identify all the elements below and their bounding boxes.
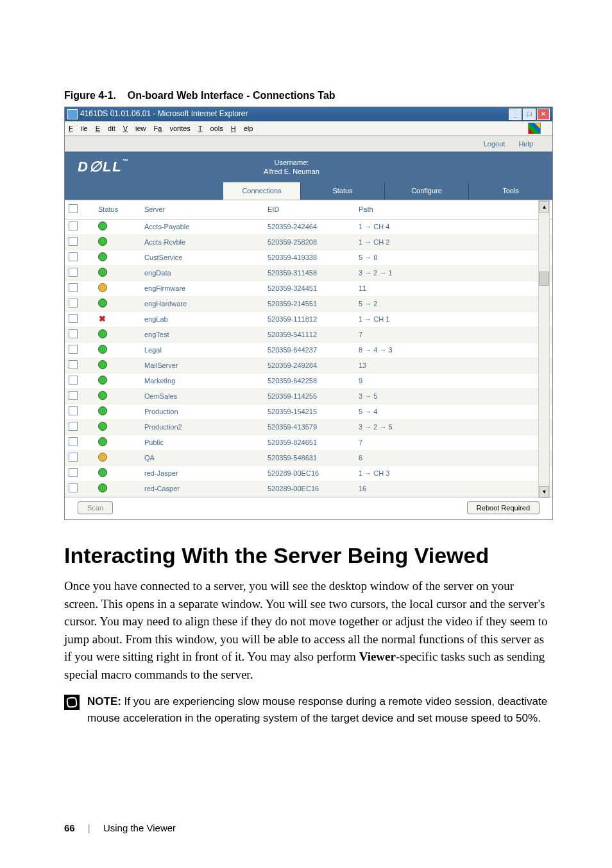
menu-favorites[interactable]: Favorites [154,124,191,133]
row-checkbox[interactable] [69,252,78,261]
server-cell[interactable]: QA [140,450,264,465]
maximize-button[interactable]: □ [523,108,536,120]
server-cell[interactable]: engData [140,265,264,281]
path-cell: 9 [355,373,552,388]
row-checkbox[interactable] [69,221,78,230]
row-checkbox[interactable] [69,237,78,246]
tab-connections[interactable]: Connections [223,182,300,199]
scrollbar[interactable]: ▴ ▾ [538,200,550,498]
row-checkbox[interactable] [69,283,78,292]
row-checkbox[interactable] [69,314,78,323]
scan-button[interactable]: Scan [78,501,113,514]
server-cell[interactable]: OemSales [140,388,264,404]
col-path[interactable]: Path [355,200,552,220]
status-green-icon [98,329,107,338]
tab-tools[interactable]: Tools [468,182,552,199]
connections-table: Status Server EID Path Accts-Payable5203… [65,200,552,497]
server-cell[interactable]: MailServer [140,358,264,373]
server-cell[interactable]: engTest [140,327,264,342]
table-row[interactable]: Accts-Payable520359-2424641 → CH 4 [65,219,552,234]
path-cell: 7 [355,327,552,342]
menu-view[interactable]: View [123,124,146,133]
server-cell[interactable]: Production2 [140,419,264,435]
eid-cell: 520359-548631 [264,450,355,465]
tab-status[interactable]: Status [300,182,384,199]
table-row[interactable]: engData520359-3114583 → 2 → 1 [65,265,552,281]
row-checkbox[interactable] [69,329,78,338]
table-row[interactable]: OemSales520359-1142553 → 5 [65,388,552,404]
table-row[interactable]: Public520359-8246517 [65,435,552,450]
logout-link[interactable]: Logout [484,140,506,148]
dell-logo: D∅LL™ [65,158,244,177]
table-row[interactable]: red-Jasper520289-00EC161 → CH 3 [65,465,552,481]
row-checkbox[interactable] [69,345,78,354]
table-row[interactable]: Legal520359-6442378 → 4 → 3 [65,342,552,358]
menu-edit[interactable]: Edit [96,124,115,133]
close-button[interactable]: × [537,108,550,120]
minimize-button[interactable]: _ [509,108,522,120]
select-all-checkbox[interactable] [69,204,78,213]
table-row[interactable]: QA520359-5486316 [65,450,552,465]
server-cell[interactable]: red-Casper [140,481,264,496]
eid-cell: 520359-214551 [264,296,355,311]
server-cell[interactable]: engFirmware [140,281,264,296]
row-checkbox[interactable] [69,391,78,400]
server-cell[interactable]: red-Jasper [140,465,264,481]
server-cell[interactable]: Public [140,435,264,450]
col-eid[interactable]: EID [264,200,355,220]
figure-title: On-board Web Interface - Connections Tab [128,90,336,101]
button-row: Scan Reboot Required [65,497,552,519]
col-status[interactable]: Status [94,200,140,220]
server-cell[interactable]: CustService [140,250,264,265]
table-row[interactable]: ✖engLab520359-1118121 → CH 1 [65,311,552,327]
eid-cell: 520359-413579 [264,419,355,435]
menu-tools[interactable]: Tools [198,124,223,133]
scroll-up-arrow[interactable]: ▴ [539,201,549,213]
top-links: Logout Help [65,136,552,152]
menu-file[interactable]: File [69,124,88,133]
col-server[interactable]: Server [140,200,264,220]
table-row[interactable]: engTest520359-5411127 [65,327,552,342]
row-checkbox[interactable] [69,483,78,492]
row-checkbox[interactable] [69,406,78,415]
table-row[interactable]: CustService520359-4193385 → 8 [65,250,552,265]
path-cell: 3 → 2 → 5 [355,419,552,435]
scroll-down-arrow[interactable]: ▾ [539,486,549,498]
row-checkbox[interactable] [69,437,78,446]
server-cell[interactable]: Marketing [140,373,264,388]
table-row[interactable]: Accts-Rcvble520359-2582081 → CH 2 [65,234,552,250]
row-checkbox[interactable] [69,468,78,477]
table-row[interactable]: Production2520359-4135793 → 2 → 5 [65,419,552,435]
status-green-icon [98,268,107,277]
reboot-required-button[interactable]: Reboot Required [467,501,540,514]
server-cell[interactable]: Accts-Payable [140,219,264,234]
table-row[interactable]: engFirmware520359-32445111 [65,281,552,296]
server-cell[interactable]: engLab [140,311,264,327]
table-row[interactable]: MailServer520359-24928413 [65,358,552,373]
server-cell[interactable]: Production [140,404,264,419]
menu-help[interactable]: Help [231,124,253,133]
path-cell: 1 → CH 2 [355,234,552,250]
row-checkbox[interactable] [69,422,78,431]
server-cell[interactable]: Accts-Rcvble [140,234,264,250]
server-cell[interactable]: Legal [140,342,264,358]
figure-number: Figure 4-1. [64,90,116,101]
row-checkbox[interactable] [69,360,78,369]
row-checkbox[interactable] [69,268,78,277]
table-row[interactable]: engHardware520359-2145515 → 2 [65,296,552,311]
row-checkbox[interactable] [69,376,78,385]
row-checkbox[interactable] [69,453,78,462]
scroll-thumb[interactable] [539,272,549,286]
server-cell[interactable]: engHardware [140,296,264,311]
row-checkbox[interactable] [69,299,78,308]
help-link[interactable]: Help [518,140,533,148]
tab-configure[interactable]: Configure [384,182,468,199]
status-green-icon [98,422,107,431]
table-row[interactable]: red-Casper520289-00EC1616 [65,481,552,496]
eid-cell: 520359-249284 [264,358,355,373]
status-green-icon [98,252,107,261]
table-row[interactable]: Marketing520359-6422589 [65,373,552,388]
eid-cell: 520359-154215 [264,404,355,419]
path-cell: 16 [355,481,552,496]
table-row[interactable]: Production520359-1542155 → 4 [65,404,552,419]
